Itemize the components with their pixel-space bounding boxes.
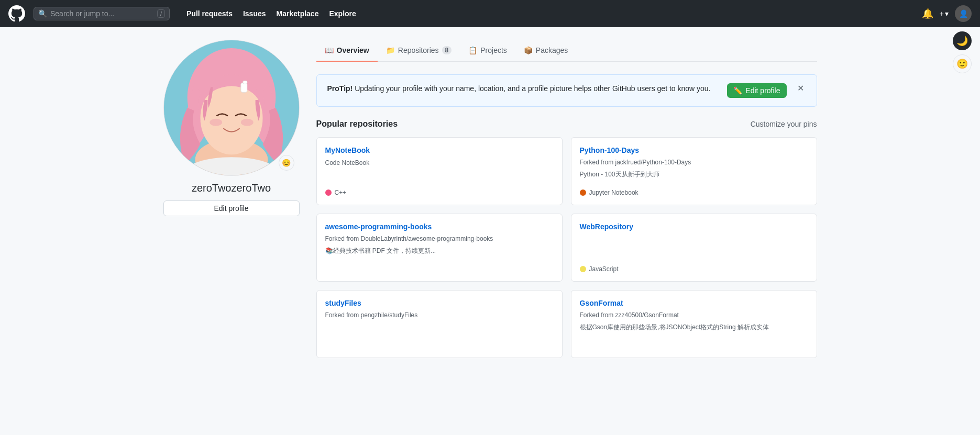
svg-point-7 (240, 119, 253, 126)
repo-desc-0: Code NoteBook (325, 159, 554, 185)
nav-explore[interactable]: Explore (325, 6, 360, 21)
emoji-status-icon[interactable]: 🙂 (953, 54, 972, 73)
repo-grid: MyNoteBook Code NoteBook C++ Python-100-… (316, 137, 817, 358)
repo-fork-1: Forked from jackfrued/Python-100-Days (580, 159, 808, 166)
repo-card-4: studyFiles Forked from pengzhile/studyFi… (316, 290, 563, 358)
nav-marketplace[interactable]: Marketplace (272, 6, 323, 21)
pencil-icon: ✏️ (733, 86, 742, 95)
top-right-icon-group: 🌙 🙂 (953, 31, 972, 73)
customize-pins-link[interactable]: Customize your pins (751, 120, 817, 128)
avatar-svg (164, 40, 299, 175)
lang-label-3: JavaScript (589, 265, 619, 273)
svg-point-6 (210, 119, 222, 126)
profile-sidebar: 😊 zeroTwozeroTwo Edit profile (163, 40, 300, 358)
profile-username: zeroTwozeroTwo (163, 182, 300, 194)
repo-fork-5: Forked from zzz40500/GsonFormat (580, 311, 808, 319)
project-icon: 📋 (468, 46, 477, 54)
repo-card-0: MyNoteBook Code NoteBook C++ (316, 137, 563, 205)
svg-rect-9 (243, 81, 247, 84)
protip-banner: ProTip! Updating your profile with your … (316, 74, 817, 107)
tab-overview[interactable]: 📖 Overview (316, 40, 378, 62)
edit-avatar-emoji[interactable]: 😊 (279, 155, 294, 171)
github-logo[interactable] (8, 5, 25, 22)
avatar-image: 👤 (959, 9, 968, 18)
repo-name-5[interactable]: GsonFormat (580, 299, 808, 307)
lang-label-1: Jupyter Notebook (589, 189, 638, 196)
protip-edit-button[interactable]: ✏️ Edit profile (727, 83, 786, 98)
protip-close-button[interactable]: ✕ (795, 83, 806, 93)
repo-card-5: GsonFormat Forked from zzz40500/GsonForm… (571, 290, 817, 358)
tab-repositories[interactable]: 📁 Repositories 8 (378, 40, 460, 62)
popular-repos-title: Popular repositories (316, 119, 398, 129)
lang-dot-0 (325, 189, 332, 196)
dark-mode-toggle[interactable]: 🌙 (953, 31, 972, 50)
repo-card-2: awesome-programming-books Forked from Do… (316, 214, 563, 282)
lang-label-0: C++ (335, 189, 347, 196)
repo-card-3: WebRepository JavaScript (571, 214, 817, 282)
search-icon: 🔍 (38, 9, 47, 18)
avatar-container: 😊 (163, 40, 300, 176)
profile-avatar (163, 40, 300, 176)
repo-card-1: Python-100-Days Forked from jackfrued/Py… (571, 137, 817, 205)
repo-name-3[interactable]: WebRepository (580, 222, 808, 231)
search-placeholder-text: Search or jump to... (50, 9, 114, 18)
chevron-down-icon: ▾ (945, 9, 949, 18)
protip-body-text: Updating your profile with your name, lo… (353, 84, 710, 93)
repo-desc-1: Python - 100天从新手到大师 (580, 170, 808, 185)
navbar-right: 🔔 + ▾ 👤 (922, 5, 972, 22)
protip-text: ProTip! Updating your profile with your … (327, 83, 719, 94)
book-icon: 📖 (325, 46, 334, 54)
lang-dot-1 (580, 189, 586, 196)
edit-profile-button[interactable]: Edit profile (163, 200, 300, 216)
popular-repos-header: Popular repositories Customize your pins (316, 119, 817, 129)
navbar: 🔍 Search or jump to... / Pull requests I… (0, 0, 980, 27)
repo-name-1[interactable]: Python-100-Days (580, 146, 808, 154)
tab-projects[interactable]: 📋 Projects (460, 40, 515, 62)
protip-bold: ProTip! (327, 84, 353, 93)
plus-icon: + (940, 9, 944, 18)
search-kbd: / (157, 9, 165, 18)
close-icon: ✕ (797, 84, 804, 93)
repo-desc-2: 📚经典技术书籍 PDF 文件，持续更新... (325, 247, 554, 273)
repo-name-4[interactable]: studyFiles (325, 299, 554, 307)
profile-content: 📖 Overview 📁 Repositories 8 📋 Projects 📦… (316, 40, 817, 358)
create-new-button[interactable]: + ▾ (940, 9, 949, 18)
package-icon: 📦 (524, 46, 533, 54)
tab-packages[interactable]: 📦 Packages (515, 40, 576, 62)
search-bar[interactable]: 🔍 Search or jump to... / (34, 7, 170, 20)
svg-rect-8 (240, 83, 247, 92)
main-layout: 😊 zeroTwozeroTwo Edit profile 📖 Overview… (155, 27, 825, 371)
repos-count-badge: 8 (442, 46, 452, 54)
main-nav: Pull requests Issues Marketplace Explore (182, 6, 360, 21)
repo-name-2[interactable]: awesome-programming-books (325, 222, 554, 231)
lang-dot-3 (580, 266, 586, 272)
repo-icon: 📁 (386, 46, 395, 54)
repo-desc-5: 根据Gson库使用的那些场景,将JSONObject格式的String 解析成实… (580, 323, 808, 349)
repo-name-0[interactable]: MyNoteBook (325, 146, 554, 154)
notifications-bell-icon[interactable]: 🔔 (922, 8, 933, 19)
repo-lang-3: JavaScript (580, 265, 808, 273)
repo-fork-4: Forked from pengzhile/studyFiles (325, 311, 554, 319)
nav-pull-requests[interactable]: Pull requests (182, 6, 237, 21)
nav-issues[interactable]: Issues (239, 6, 270, 21)
repo-fork-2: Forked from DoubleLabyrinth/awesome-prog… (325, 235, 554, 242)
repo-lang-1: Jupyter Notebook (580, 189, 808, 196)
user-avatar[interactable]: 👤 (955, 5, 972, 22)
profile-tabs: 📖 Overview 📁 Repositories 8 📋 Projects 📦… (316, 40, 817, 62)
repo-lang-0: C++ (325, 189, 554, 196)
